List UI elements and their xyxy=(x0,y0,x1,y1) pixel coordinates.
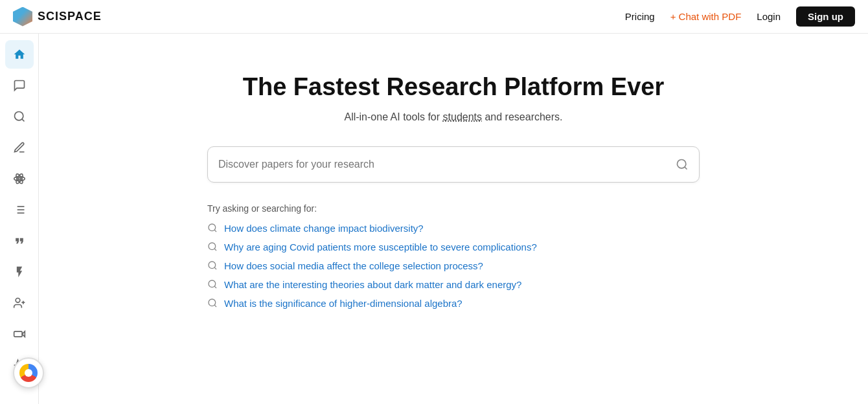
sidebar-item-video[interactable] xyxy=(5,320,34,348)
svg-point-23 xyxy=(209,262,216,269)
suggestion-list: How does climate change impact biodivers… xyxy=(207,223,700,309)
svg-point-25 xyxy=(209,280,216,287)
suggestion-search-icon-2 xyxy=(207,241,218,252)
signup-button[interactable]: Sign up xyxy=(796,6,855,27)
svg-point-2 xyxy=(18,177,20,179)
topnav-right-actions: Pricing + Chat with PDF Login Sign up xyxy=(625,6,855,27)
suggestion-search-icon-4 xyxy=(207,279,218,289)
suggestion-search-icon-1 xyxy=(207,223,218,233)
search-submit-icon xyxy=(676,158,689,171)
chat-icon xyxy=(13,79,26,92)
home-icon xyxy=(13,48,26,61)
suggestions-label: Try asking or searching for: xyxy=(207,203,700,214)
svg-line-18 xyxy=(685,166,687,169)
suggestion-item[interactable]: What are the interesting theories about … xyxy=(207,279,700,290)
suggestion-item[interactable]: How does climate change impact biodivers… xyxy=(207,223,700,234)
svg-rect-15 xyxy=(14,331,22,337)
highlight-researchers: researchers xyxy=(505,111,560,122)
svg-line-20 xyxy=(214,230,216,232)
fab-chrome-icon xyxy=(19,364,38,382)
svg-point-12 xyxy=(16,298,20,303)
svg-point-27 xyxy=(209,299,216,306)
search-sidebar-icon xyxy=(13,110,26,123)
svg-line-26 xyxy=(214,286,216,288)
hero-subtitle: All-in-one AI tools for students and res… xyxy=(344,111,562,123)
search-bar xyxy=(207,146,700,183)
svg-point-19 xyxy=(209,224,216,231)
main-content: The Fastest Research Platform Ever All-i… xyxy=(39,34,868,404)
video-icon xyxy=(13,328,26,341)
top-navigation: SCISPACE Pricing + Chat with PDF Login S… xyxy=(0,0,868,34)
suggestion-search-icon-3 xyxy=(207,260,218,271)
chat-with-pdf-link[interactable]: + Chat with PDF xyxy=(670,11,742,22)
pen-icon xyxy=(13,141,26,154)
user-plus-icon xyxy=(13,297,26,309)
sidebar-item-atom[interactable] xyxy=(5,164,34,193)
quote-icon xyxy=(13,234,26,247)
sidebar-item-user-plus[interactable] xyxy=(5,289,34,317)
logo-text: SCISPACE xyxy=(38,10,102,23)
sidebar-item-list[interactable] xyxy=(5,196,34,224)
suggestion-item[interactable]: What is the significance of higher-dimen… xyxy=(207,298,700,309)
search-submit-button[interactable] xyxy=(676,158,689,171)
sidebar xyxy=(0,34,39,404)
sidebar-item-search[interactable] xyxy=(5,102,34,131)
svg-line-28 xyxy=(214,305,216,307)
scispace-logo-icon xyxy=(13,7,32,27)
atom-icon xyxy=(13,172,26,185)
sidebar-item-chat[interactable] xyxy=(5,71,34,100)
search-input[interactable] xyxy=(218,159,676,170)
pricing-link[interactable]: Pricing xyxy=(625,11,655,22)
sidebar-item-quote[interactable] xyxy=(5,227,34,255)
sidebar-item-home[interactable] xyxy=(5,40,34,69)
svg-line-22 xyxy=(214,249,216,251)
suggestion-item[interactable]: Why are aging Covid patients more suscep… xyxy=(207,241,700,252)
svg-point-17 xyxy=(678,159,686,168)
suggestion-search-icon-5 xyxy=(207,298,218,308)
sidebar-item-flash[interactable] xyxy=(5,258,34,286)
svg-line-24 xyxy=(214,267,216,269)
chat-fab-button[interactable] xyxy=(13,357,44,388)
hero-title: The Fastest Research Platform Ever xyxy=(243,73,665,102)
sidebar-item-write[interactable] xyxy=(5,133,34,162)
login-link[interactable]: Login xyxy=(757,11,781,22)
suggestion-item[interactable]: How does social media affect the college… xyxy=(207,260,700,271)
list-icon xyxy=(13,203,26,216)
svg-point-21 xyxy=(209,243,216,250)
svg-point-0 xyxy=(14,112,23,120)
highlight-students: students xyxy=(443,111,482,122)
logo-area: SCISPACE xyxy=(13,7,102,27)
flash-icon xyxy=(13,265,26,278)
svg-line-1 xyxy=(21,119,24,122)
